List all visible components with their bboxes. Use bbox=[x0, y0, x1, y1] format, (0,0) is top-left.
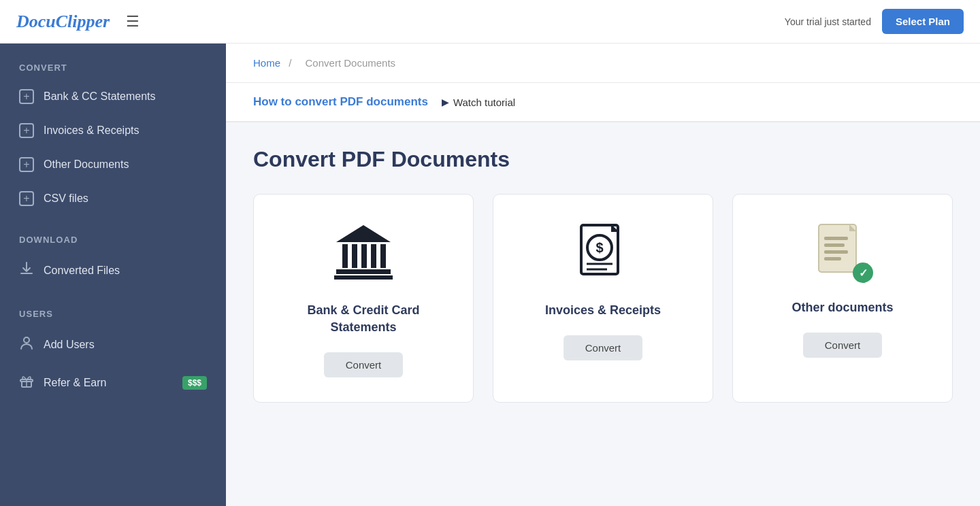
sidebar-item-label: Other Documents bbox=[44, 158, 129, 171]
person-icon bbox=[19, 335, 34, 354]
plus-icon: + bbox=[19, 123, 34, 138]
page-heading: Convert PDF Documents bbox=[253, 147, 953, 172]
svg-text:$: $ bbox=[595, 240, 603, 255]
sidebar-item-refer-earn[interactable]: Refer & Earn $$$ bbox=[0, 364, 226, 402]
sidebar-item-invoices[interactable]: + Invoices & Receipts bbox=[0, 114, 226, 148]
gift-icon bbox=[19, 373, 34, 392]
other-docs-icon: ✓ bbox=[812, 222, 873, 283]
svg-rect-20 bbox=[824, 257, 841, 260]
breadcrumb-current: Convert Documents bbox=[306, 57, 396, 69]
sidebar-item-label: CSV files bbox=[44, 192, 88, 205]
convert-section-label: CONVERT bbox=[0, 44, 226, 80]
convert-other-button[interactable]: Convert bbox=[803, 333, 883, 358]
svg-rect-10 bbox=[334, 275, 393, 280]
svg-point-0 bbox=[24, 337, 29, 343]
users-section-label: USERS bbox=[0, 290, 226, 326]
play-icon: ▶ bbox=[442, 97, 449, 107]
select-plan-button[interactable]: Select Plan bbox=[882, 9, 964, 34]
header-right: Your trial just started Select Plan bbox=[785, 9, 964, 34]
card-other-title: Other documents bbox=[791, 299, 893, 316]
checkmark-badge: ✓ bbox=[853, 263, 873, 283]
sidebar-item-label: Add Users bbox=[44, 339, 95, 351]
sidebar-item-converted-files[interactable]: Converted Files bbox=[0, 252, 226, 290]
trial-text: Your trial just started bbox=[785, 16, 871, 27]
convert-invoices-button[interactable]: Convert bbox=[564, 335, 643, 360]
svg-rect-6 bbox=[361, 244, 367, 268]
watch-tutorial-label: Watch tutorial bbox=[453, 97, 515, 108]
layout: CONVERT + Bank & CC Statements + Invoice… bbox=[0, 44, 980, 506]
card-bank-cc: Bank & Credit Card Statements Convert bbox=[253, 194, 474, 403]
cards-grid: Bank & Credit Card Statements Convert bbox=[253, 194, 953, 403]
svg-rect-5 bbox=[352, 244, 357, 268]
card-invoices-title: Invoices & Receipts bbox=[545, 302, 661, 319]
svg-rect-19 bbox=[824, 250, 848, 254]
page-content: Convert PDF Documents bbox=[226, 122, 980, 427]
card-other-docs: ✓ Other documents Convert bbox=[732, 194, 953, 403]
refer-badge: $$$ bbox=[182, 376, 207, 390]
plus-icon: + bbox=[19, 89, 34, 104]
card-invoices: $ Invoices & Receipts Convert bbox=[493, 194, 713, 403]
sidebar-item-label: Invoices & Receipts bbox=[44, 124, 140, 137]
header-left: DocuClipper ☰ bbox=[16, 12, 140, 32]
plus-icon: + bbox=[19, 157, 34, 172]
svg-rect-4 bbox=[342, 244, 348, 268]
tutorial-banner: How to convert PDF documents ▶ Watch tut… bbox=[226, 83, 980, 122]
plus-icon: + bbox=[19, 191, 34, 206]
sidebar-item-csv-files[interactable]: + CSV files bbox=[0, 182, 226, 216]
bank-icon bbox=[333, 222, 394, 286]
sidebar-item-label: Converted Files bbox=[44, 265, 120, 277]
svg-rect-7 bbox=[371, 244, 376, 268]
breadcrumb-home[interactable]: Home bbox=[253, 57, 280, 69]
hamburger-icon[interactable]: ☰ bbox=[126, 13, 140, 31]
breadcrumb: Home / Convert Documents bbox=[226, 44, 980, 83]
sidebar-item-label: Bank & CC Statements bbox=[44, 90, 156, 103]
download-icon bbox=[19, 261, 34, 280]
sidebar-item-add-users[interactable]: Add Users bbox=[0, 326, 226, 364]
download-section-label: DOWNLOAD bbox=[0, 216, 226, 252]
sidebar-item-other-documents[interactable]: + Other Documents bbox=[0, 148, 226, 182]
card-bank-title: Bank & Credit Card Statements bbox=[274, 302, 453, 336]
invoice-icon: $ bbox=[576, 222, 630, 286]
sidebar: CONVERT + Bank & CC Statements + Invoice… bbox=[0, 44, 226, 506]
svg-rect-9 bbox=[336, 269, 391, 274]
svg-marker-3 bbox=[336, 225, 391, 242]
header: DocuClipper ☰ Your trial just started Se… bbox=[0, 0, 980, 44]
svg-rect-8 bbox=[380, 244, 386, 268]
logo: DocuClipper bbox=[16, 12, 110, 32]
breadcrumb-separator: / bbox=[289, 57, 291, 69]
svg-rect-18 bbox=[824, 243, 845, 247]
svg-rect-16 bbox=[819, 224, 856, 272]
convert-bank-button[interactable]: Convert bbox=[324, 352, 404, 377]
tutorial-title: How to convert PDF documents bbox=[253, 95, 428, 109]
main-content: Home / Convert Documents How to convert … bbox=[226, 44, 980, 506]
svg-rect-17 bbox=[824, 237, 848, 240]
sidebar-item-label: Refer & Earn bbox=[44, 377, 106, 389]
sidebar-item-bank-statements[interactable]: + Bank & CC Statements bbox=[0, 80, 226, 114]
watch-tutorial-link[interactable]: ▶ Watch tutorial bbox=[442, 97, 515, 108]
